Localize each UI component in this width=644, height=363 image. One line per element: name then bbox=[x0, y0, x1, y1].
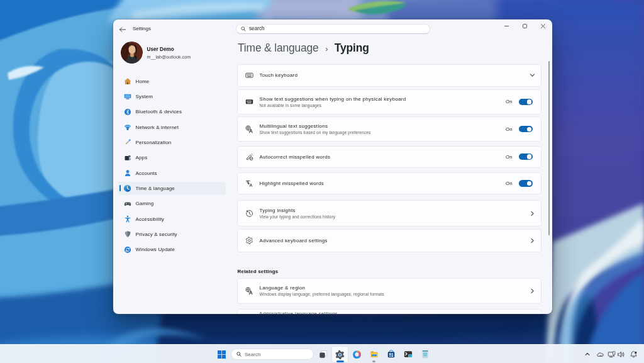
sidebar-item-label: Accounts bbox=[136, 170, 157, 176]
sidebar-item-accessibility[interactable]: Accessibility bbox=[118, 213, 226, 226]
card-controls: On bbox=[506, 154, 532, 160]
accounts-icon bbox=[123, 169, 131, 177]
physical-keyboard-icon bbox=[245, 97, 255, 107]
toggle-knob bbox=[527, 99, 531, 104]
card-subtitle: Windows display language, preferred lang… bbox=[260, 292, 384, 296]
user-email: m__lab@outlook.com bbox=[147, 54, 191, 60]
sidebar-item-privacy[interactable]: Privacy & security bbox=[118, 228, 226, 241]
settings-taskbar-button[interactable] bbox=[332, 347, 348, 362]
avatar[interactable] bbox=[121, 42, 143, 64]
card-administrative-language[interactable]: Administrative language settings bbox=[237, 309, 541, 315]
settings-search-input[interactable]: search bbox=[236, 24, 430, 34]
sidebar-item-gaming[interactable]: Gaming bbox=[118, 197, 226, 210]
card-title: Multilingual text suggestions bbox=[260, 123, 371, 129]
chevron-right-icon bbox=[530, 288, 535, 294]
toggle-switch[interactable] bbox=[519, 126, 533, 133]
toggle-switch[interactable] bbox=[519, 99, 533, 106]
toggle-state-label: On bbox=[506, 99, 512, 104]
card-subtitle: View your typing and corrections history bbox=[260, 215, 336, 219]
card-highlight[interactable]: Highlight misspelled words On bbox=[237, 172, 541, 194]
minimize-icon bbox=[504, 23, 509, 29]
breadcrumb-current: Typing bbox=[335, 42, 369, 55]
sidebar-item-personalization[interactable]: Personalization bbox=[118, 136, 226, 149]
card-text: Touch keyboard bbox=[260, 72, 298, 78]
breadcrumb-parent[interactable]: Time & language bbox=[238, 42, 319, 55]
card-advanced-keyboard[interactable]: Advanced keyboard settings bbox=[237, 229, 541, 252]
autocorrect-icon bbox=[245, 152, 255, 162]
network-tray-icon[interactable] bbox=[608, 350, 616, 359]
sidebar-item-label: Personalization bbox=[136, 140, 172, 145]
sidebar-item-windows-update[interactable]: Windows Update bbox=[118, 243, 226, 256]
toggle-switch[interactable] bbox=[519, 154, 533, 160]
sidebar-item-bluetooth[interactable]: Bluetooth & devices bbox=[118, 105, 226, 118]
file-explorer-button[interactable] bbox=[366, 347, 382, 362]
user-name: User Demo bbox=[147, 47, 174, 52]
system-icon bbox=[123, 92, 131, 101]
card-autocorrect[interactable]: Autocorrect misspelled words On bbox=[237, 146, 541, 168]
card-title: Autocorrect misspelled words bbox=[260, 154, 331, 160]
card-controls bbox=[530, 288, 535, 294]
back-arrow-icon bbox=[119, 26, 126, 33]
back-button[interactable] bbox=[117, 24, 128, 35]
card-typing-insights[interactable]: Typing insights View your typing and cor… bbox=[237, 200, 541, 226]
card-multilingual[interactable]: Multilingual text suggestions Show text … bbox=[237, 116, 541, 142]
taskbar: Search bbox=[0, 344, 644, 363]
card-controls bbox=[530, 238, 535, 243]
sidebar-item-apps[interactable]: Apps bbox=[118, 151, 226, 164]
card-touch-keyboard[interactable]: Touch keyboard bbox=[237, 64, 541, 87]
toggle-knob bbox=[527, 154, 531, 159]
taskbar-search[interactable]: Search bbox=[231, 349, 314, 360]
start-button[interactable] bbox=[214, 347, 230, 362]
maximize-icon bbox=[522, 23, 528, 29]
system-tray bbox=[584, 345, 638, 363]
toggle-knob bbox=[527, 181, 531, 186]
card-language-region[interactable]: Language & region Windows display langua… bbox=[237, 278, 541, 304]
sidebar-item-home[interactable]: Home bbox=[118, 75, 226, 88]
typing-insights-icon bbox=[245, 208, 255, 218]
terminal-button[interactable] bbox=[400, 347, 416, 362]
toggle-knob bbox=[527, 127, 531, 131]
chevron-right-icon bbox=[530, 238, 535, 243]
card-controls bbox=[530, 211, 535, 216]
tray-chevron-up-icon[interactable] bbox=[584, 351, 591, 357]
sidebar-item-system[interactable]: System bbox=[118, 90, 226, 103]
notepad-button[interactable] bbox=[417, 347, 433, 362]
microsoft-store-button[interactable] bbox=[383, 347, 399, 362]
chevron-down-icon[interactable] bbox=[530, 72, 535, 78]
sidebar-item-time-language[interactable]: Time & language bbox=[118, 182, 226, 195]
sidebar-item-label: Bluetooth & devices bbox=[136, 109, 182, 114]
terminal-icon bbox=[404, 350, 413, 359]
minimize-button[interactable] bbox=[497, 20, 516, 33]
related-settings-heading: Related settings bbox=[238, 269, 279, 274]
maximize-button[interactable] bbox=[516, 20, 534, 33]
onedrive-icon[interactable] bbox=[596, 350, 604, 359]
task-view-icon bbox=[319, 350, 328, 359]
card-text: Show text suggestions when typing on the… bbox=[260, 96, 406, 108]
sidebar-item-label: Network & internet bbox=[136, 125, 179, 130]
notifications-bell-icon[interactable] bbox=[630, 350, 638, 359]
sidebar-item-label: Privacy & security bbox=[136, 232, 177, 237]
privacy-icon bbox=[123, 230, 131, 238]
task-view-button[interactable] bbox=[315, 347, 331, 362]
sidebar-item-network[interactable]: Network & internet bbox=[118, 121, 226, 134]
card-title: Typing insights bbox=[260, 208, 336, 213]
search-icon bbox=[241, 26, 246, 31]
card-text: Autocorrect misspelled words bbox=[260, 154, 331, 160]
network-icon bbox=[123, 123, 131, 131]
scrollbar-thumb[interactable] bbox=[548, 61, 550, 235]
card-title: Advanced keyboard settings bbox=[260, 238, 328, 243]
copilot-button[interactable] bbox=[349, 347, 365, 362]
card-title: Administrative language settings bbox=[259, 311, 338, 314]
breadcrumb-separator: › bbox=[325, 43, 328, 53]
toggle-state-label: On bbox=[506, 154, 512, 160]
card-text-suggestions[interactable]: Show text suggestions when typing on the… bbox=[237, 89, 541, 114]
toggle-state-label: On bbox=[506, 181, 512, 186]
card-title: Language & region bbox=[260, 285, 384, 291]
highlight-icon bbox=[245, 179, 255, 189]
close-button[interactable] bbox=[534, 20, 552, 33]
card-text: Language & region Windows display langua… bbox=[260, 285, 384, 296]
sidebar-item-accounts[interactable]: Accounts bbox=[118, 167, 226, 180]
card-subtitle: Not available in some languages bbox=[260, 103, 406, 108]
volume-icon[interactable] bbox=[617, 350, 625, 359]
toggle-switch[interactable] bbox=[519, 180, 533, 187]
